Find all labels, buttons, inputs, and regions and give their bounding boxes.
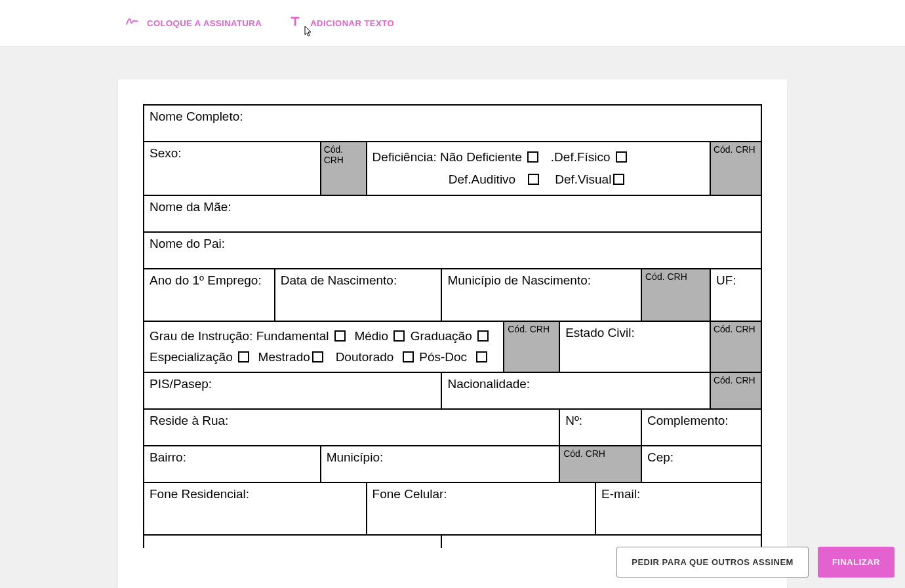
checkbox-medio[interactable] <box>393 330 405 342</box>
finalize-button[interactable]: FINALIZAR <box>818 547 895 578</box>
medio-label: Médio <box>354 329 388 343</box>
form-table: Nome Completo: Sexo: Cód. CRH Deficiênci… <box>143 104 762 548</box>
field-estado-civil: Estado Civil: <box>559 321 710 372</box>
field-municipio-nascimento: Município de Nascimento: <box>441 269 641 321</box>
field-data-nascimento: Data de Nascimento: <box>275 269 442 321</box>
posdoc-label: Pós-Doc <box>419 350 467 364</box>
checkbox-especializacao[interactable] <box>238 351 249 363</box>
place-signature-label: COLOQUE A ASSINATURA <box>147 18 262 28</box>
checkbox-graduacao[interactable] <box>477 330 489 342</box>
mestrado-label: Mestrado <box>258 350 310 364</box>
especializacao-label: Especialização <box>150 350 233 364</box>
request-others-sign-button[interactable]: PEDIR PARA QUE OUTROS ASSINEM <box>616 547 809 578</box>
field-email: E-mail: <box>595 482 761 535</box>
field-fone-celular: Fone Celular: <box>367 482 596 535</box>
checkbox-def-visual[interactable] <box>613 174 624 185</box>
field-nacionalidade: Nacionalidade: <box>441 372 710 409</box>
deficiencia-label: Deficiência: Não Deficiente <box>372 150 522 164</box>
signature-icon <box>125 14 139 31</box>
field-cep: Cep: <box>641 446 761 482</box>
field-nome-completo: Nome Completo: <box>144 105 761 142</box>
field-pis-pasep: PIS/Pasep: <box>144 372 441 409</box>
field-municipio: Município: <box>321 446 560 482</box>
crh-estado-civil: Cód. CRH <box>710 321 761 372</box>
crh-nacionalidade: Cód. CRH <box>710 372 761 409</box>
def-auditivo-label: Def.Auditivo <box>449 172 515 186</box>
field-fone-residencial: Fone Residencial: <box>144 482 367 535</box>
crh-municipio-nasc: Cód. CRH <box>641 269 710 321</box>
checkbox-mestrado[interactable] <box>312 351 323 363</box>
checkbox-doutorado[interactable] <box>403 351 414 363</box>
crh-municipio: Cód. CRH <box>559 446 641 482</box>
bottom-bar: PEDIR PARA QUE OUTROS ASSINEM FINALIZAR <box>616 547 895 578</box>
checkbox-def-fisico[interactable] <box>616 151 627 163</box>
crh-sexo: Cód. CRH <box>321 142 367 195</box>
add-text-label: ADICIONAR TEXTO <box>310 18 394 28</box>
place-signature-button[interactable]: COLOQUE A ASSINATURA <box>125 14 262 31</box>
fundamental-label: Fundamental <box>256 329 329 343</box>
text-icon <box>288 14 302 31</box>
field-deficiencia: Deficiência: Não Deficiente .Def.Físico … <box>367 142 710 195</box>
checkbox-fundamental[interactable] <box>334 330 346 342</box>
field-uf: UF: <box>710 269 761 321</box>
doutorado-label: Doutorado <box>336 350 394 364</box>
checkbox-def-auditivo[interactable] <box>528 174 539 185</box>
checkbox-nao-deficiente[interactable] <box>527 151 538 163</box>
field-sexo: Sexo: <box>144 142 321 195</box>
field-grau-instrucao: Grau de Instrução: Fundamental Médio Gra… <box>144 321 504 372</box>
field-reside-rua: Reside à Rua: <box>144 409 559 446</box>
field-bairro: Bairro: <box>144 446 321 482</box>
add-text-button[interactable]: ADICIONAR TEXTO <box>288 14 394 31</box>
field-ano-emprego: Ano do 1º Emprego: <box>144 269 275 321</box>
def-visual-label: Def.Visual <box>555 172 611 186</box>
field-numero: Nº: <box>559 409 641 446</box>
checkbox-posdoc[interactable] <box>476 351 487 363</box>
crh-grau: Cód. CRH <box>504 321 559 372</box>
partial-row-2 <box>441 535 761 548</box>
grau-instrucao-label: Grau de Instrução: <box>150 329 252 343</box>
workspace: Nome Completo: Sexo: Cód. CRH Deficiênci… <box>0 47 905 588</box>
graduacao-label: Graduação <box>411 329 472 343</box>
field-complemento: Complemento: <box>641 409 761 446</box>
partial-row-1 <box>144 535 441 548</box>
def-fisico-label: .Def.Físico <box>551 150 611 164</box>
crh-deficiencia: Cód. CRH <box>710 142 761 195</box>
document-page[interactable]: Nome Completo: Sexo: Cód. CRH Deficiênci… <box>118 79 787 588</box>
toolbar: COLOQUE A ASSINATURA ADICIONAR TEXTO <box>0 0 905 47</box>
field-nome-mae: Nome da Mãe: <box>144 195 761 232</box>
field-nome-pai: Nome do Pai: <box>144 232 761 269</box>
